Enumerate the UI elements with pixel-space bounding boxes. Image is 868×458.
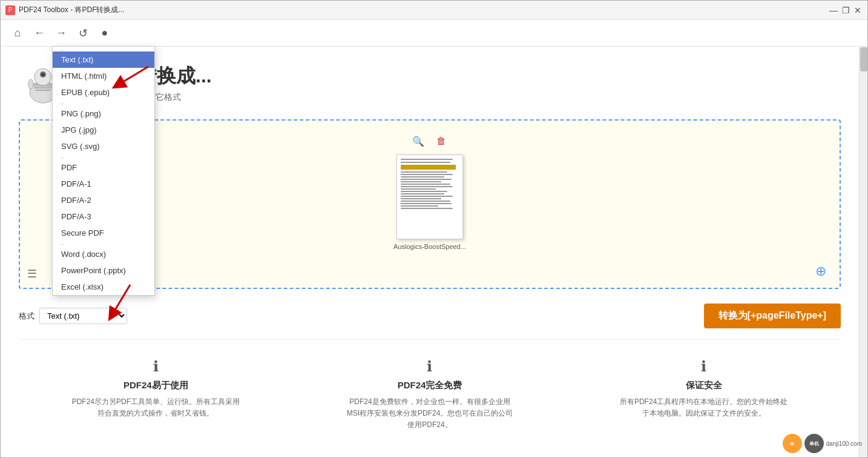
feature-safe-icon: ℹ: [701, 358, 706, 375]
dropdown-item-word[interactable]: Word (.docx): [53, 246, 154, 262]
dropdown-item-securepdf[interactable]: Secure PDF: [53, 225, 154, 241]
feature-free-title: PDF24完全免费: [398, 380, 462, 391]
watermark-logo1: ⊕: [783, 434, 802, 453]
dropdown-item-text[interactable]: Text (.txt): [53, 51, 154, 68]
feature-easy-title: PDF24易于使用: [123, 380, 188, 391]
svg-point-4: [42, 73, 44, 76]
maximize-button[interactable]: ❐: [841, 5, 850, 15]
dropdown-sep-4: [53, 241, 154, 246]
dropdown-item-html[interactable]: HTML (.html): [53, 68, 154, 84]
minimize-button[interactable]: —: [829, 5, 838, 15]
close-button[interactable]: ✕: [853, 5, 863, 15]
feature-easy-desc: PDF24尽力另PDF工具简单、运行快。所有工具采用符合直觉的方式操作，省时又省…: [71, 396, 240, 419]
window-title: PDF24 Toolbox - 将PDF转换成...: [19, 5, 125, 15]
file-name: Auslogics-BoostSpeed...: [393, 243, 466, 250]
pdf-thumb-content: [397, 155, 462, 239]
title-bar: P PDF24 Toolbox - 将PDF转换成... — ❐ ✕: [1, 1, 867, 20]
dropdown-sep-2: [53, 101, 154, 105]
dropdown-item-xlsx[interactable]: Excel (.xlsx): [53, 279, 154, 295]
dropdown-item-pdfa1[interactable]: PDF/A-1: [53, 176, 154, 192]
zoom-button[interactable]: 🔍: [410, 133, 427, 150]
watermark-url: danji100.com: [826, 440, 862, 447]
title-bar-left: P PDF24 Toolbox - 将PDF转换成...: [5, 5, 125, 15]
forward-button[interactable]: →: [51, 24, 71, 43]
dropdown-item-svg[interactable]: SVG (.svg): [53, 138, 154, 154]
dropdown-item-pdf[interactable]: PDF: [53, 159, 154, 176]
scrollbar[interactable]: [859, 47, 867, 457]
feature-safe-title: 保证安全: [686, 380, 722, 391]
format-dropdown: Text (.txt) HTML (.html) EPUB (.epub) PN…: [52, 46, 155, 296]
watermark-logo2: 单机: [804, 434, 824, 453]
dropdown-item-png[interactable]: PNG (.png): [53, 105, 154, 122]
feature-free: ℹ PDF24完全免费 PDF24是免费软件，对企业也一样。有很多企业用MSI程…: [345, 358, 515, 431]
features-section: ℹ PDF24易于使用 PDF24尽力另PDF工具简单、运行快。所有工具采用符合…: [19, 339, 841, 443]
dropdown-item-jpg[interactable]: JPG (.jpg): [53, 122, 154, 138]
add-file-icon[interactable]: ⊕: [815, 264, 832, 280]
toolbar: ⌂ ← → ↺ ●: [1, 20, 867, 47]
dropdown-item-pptx[interactable]: PowerPoint (.pptx): [53, 262, 154, 279]
app-icon: P: [5, 5, 15, 15]
list-view-icon[interactable]: ☰: [27, 267, 37, 280]
format-selector: 格式 Text (.txt) HTML (.html) EPUB (.epub)…: [19, 308, 127, 324]
delete-button[interactable]: 🗑: [433, 133, 450, 150]
file-preview: 🔍 🗑: [393, 133, 466, 250]
format-select[interactable]: Text (.txt) HTML (.html) EPUB (.epub) PN…: [39, 308, 127, 324]
svg-rect-5: [34, 87, 52, 88]
bottom-bar: 格式 Text (.txt) HTML (.html) EPUB (.epub)…: [19, 299, 841, 333]
dropdown-item-pdfa3[interactable]: PDF/A-3: [53, 208, 154, 225]
refresh-button[interactable]: ↺: [73, 24, 93, 43]
svg-point-7: [28, 79, 33, 89]
feature-safe-desc: 所有PDF24工具程序均在本地运行。您的文件始终处于本地电脑。因此保证了文件的安…: [619, 396, 789, 419]
dropdown-sep-3: [53, 154, 154, 159]
svg-rect-6: [35, 90, 51, 91]
convert-button[interactable]: 转换为[+pageFileType+]: [704, 304, 841, 328]
window-controls[interactable]: — ❐ ✕: [829, 5, 863, 15]
watermark: ⊕ 单机 danji100.com: [783, 434, 862, 453]
back-button[interactable]: ←: [30, 24, 49, 43]
pdf-thumbnail: [396, 154, 463, 239]
dropdown-sep-1: [53, 47, 154, 51]
format-label: 格式: [19, 311, 35, 322]
feature-free-icon: ℹ: [427, 358, 432, 375]
feature-safe: ℹ 保证安全 所有PDF24工具程序均在本地运行。您的文件始终处于本地电脑。因此…: [619, 358, 789, 431]
file-actions: 🔍 🗑: [410, 133, 450, 150]
settings-button[interactable]: ●: [95, 24, 114, 43]
dropdown-item-epub[interactable]: EPUB (.epub): [53, 84, 154, 101]
feature-free-desc: PDF24是免费软件，对企业也一样。有很多企业用MSI程序安装包来分发PDF24…: [345, 396, 515, 431]
feature-easy-icon: ℹ: [153, 358, 159, 375]
scrollbar-thumb[interactable]: [860, 47, 867, 71]
dropdown-item-pdfa2[interactable]: PDF/A-2: [53, 192, 154, 208]
feature-easy: ℹ PDF24易于使用 PDF24尽力另PDF工具简单、运行快。所有工具采用符合…: [71, 358, 240, 431]
home-button[interactable]: ⌂: [8, 24, 27, 43]
